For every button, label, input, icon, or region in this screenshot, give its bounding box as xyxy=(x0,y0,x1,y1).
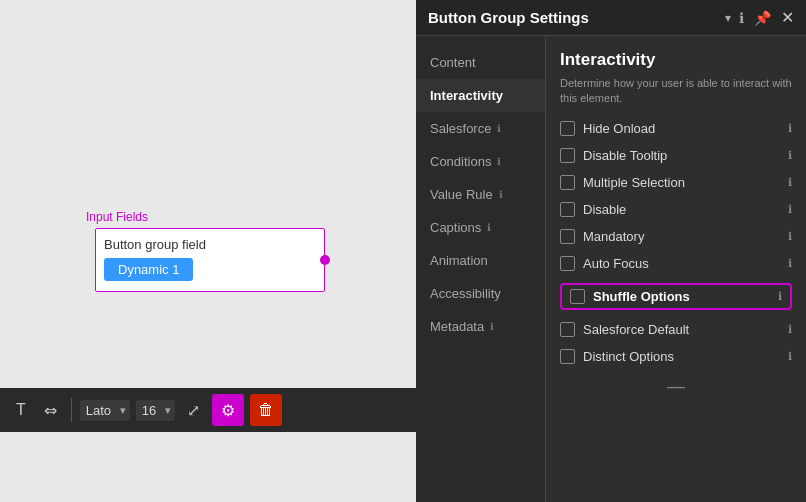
label-hide-onload: Hide Onload xyxy=(583,121,780,136)
nav-item-accessibility[interactable]: Accessibility xyxy=(416,277,545,310)
option-row-mandatory: Mandatory ℹ xyxy=(560,229,792,244)
info-disable-tooltip[interactable]: ℹ xyxy=(788,149,792,162)
label-auto-focus: Auto Focus xyxy=(583,256,780,271)
option-row-distinct-options: Distinct Options ℹ xyxy=(560,349,792,364)
nav-item-content[interactable]: Content xyxy=(416,46,545,79)
metadata-info-icon: ℹ xyxy=(490,321,494,332)
align-button[interactable]: ⇔ xyxy=(38,397,63,424)
gear-icon: ⚙ xyxy=(221,401,235,420)
label-multiple-selection: Multiple Selection xyxy=(583,175,780,190)
option-row-shuffle-options: Shuffle Options ℹ xyxy=(560,283,792,310)
info-disable[interactable]: ℹ xyxy=(788,203,792,216)
external-link-button[interactable]: ⤢ xyxy=(181,397,206,424)
scroll-more-indicator: — xyxy=(560,376,792,397)
external-link-icon: ⤢ xyxy=(187,401,200,420)
checkbox-mandatory[interactable] xyxy=(560,229,575,244)
font-select[interactable]: Lato xyxy=(80,400,130,421)
text-icon: T xyxy=(16,401,26,419)
label-disable: Disable xyxy=(583,202,780,217)
nav-item-conditions[interactable]: Conditions ℹ xyxy=(416,145,545,178)
checkbox-auto-focus[interactable] xyxy=(560,256,575,271)
option-row-salesforce-default: Salesforce Default ℹ xyxy=(560,322,792,337)
label-mandatory: Mandatory xyxy=(583,229,780,244)
info-salesforce-default[interactable]: ℹ xyxy=(788,323,792,336)
panel-content: Interactivity Determine how your user is… xyxy=(546,36,806,502)
option-row-multiple-selection: Multiple Selection ℹ xyxy=(560,175,792,190)
field-label: Button group field xyxy=(104,237,316,252)
conditions-info-icon: ℹ xyxy=(497,156,501,167)
dynamic-button[interactable]: Dynamic 1 xyxy=(104,258,193,281)
close-icon[interactable]: ✕ xyxy=(781,8,794,27)
label-distinct-options: Distinct Options xyxy=(583,349,780,364)
nav-label-content: Content xyxy=(430,55,476,70)
content-title: Interactivity xyxy=(560,50,792,70)
title-chevron-icon[interactable]: ▾ xyxy=(725,11,731,25)
panel-body: Content Interactivity Salesforce ℹ Condi… xyxy=(416,36,806,502)
font-select-wrapper[interactable]: Lato xyxy=(80,400,130,421)
value-rule-info-icon: ℹ xyxy=(499,189,503,200)
settings-panel: Button Group Settings ▾ ℹ 📌 ✕ Content In… xyxy=(416,0,806,502)
text-format-button[interactable]: T xyxy=(10,397,32,423)
input-fields-label: Input Fields xyxy=(86,210,148,224)
checkbox-distinct-options[interactable] xyxy=(560,349,575,364)
align-icon: ⇔ xyxy=(44,401,57,420)
nav-item-metadata[interactable]: Metadata ℹ xyxy=(416,310,545,343)
nav-item-interactivity[interactable]: Interactivity xyxy=(416,79,545,112)
content-description: Determine how your user is able to inter… xyxy=(560,76,792,107)
info-header-icon[interactable]: ℹ xyxy=(739,10,744,26)
label-salesforce-default: Salesforce Default xyxy=(583,322,780,337)
panel-title: Button Group Settings xyxy=(428,9,713,26)
nav-item-captions[interactable]: Captions ℹ xyxy=(416,211,545,244)
nav-label-metadata: Metadata xyxy=(430,319,484,334)
field-dot xyxy=(320,255,330,265)
info-distinct-options[interactable]: ℹ xyxy=(788,350,792,363)
checkbox-disable[interactable] xyxy=(560,202,575,217)
panel-nav: Content Interactivity Salesforce ℹ Condi… xyxy=(416,36,546,502)
trash-button[interactable]: 🗑 xyxy=(250,394,282,426)
info-multiple-selection[interactable]: ℹ xyxy=(788,176,792,189)
nav-label-value-rule: Value Rule xyxy=(430,187,493,202)
salesforce-info-icon: ℹ xyxy=(497,123,501,134)
panel-header-icons: ℹ 📌 ✕ xyxy=(739,8,794,27)
info-shuffle-options[interactable]: ℹ xyxy=(778,290,782,303)
checkbox-hide-onload[interactable] xyxy=(560,121,575,136)
nav-label-accessibility: Accessibility xyxy=(430,286,501,301)
size-select-wrapper[interactable]: 16 xyxy=(136,400,175,421)
field-container: Button group field Dynamic 1 xyxy=(95,228,325,292)
panel-header: Button Group Settings ▾ ℹ 📌 ✕ xyxy=(416,0,806,36)
label-shuffle-options: Shuffle Options xyxy=(593,289,770,304)
checkbox-disable-tooltip[interactable] xyxy=(560,148,575,163)
option-row-disable: Disable ℹ xyxy=(560,202,792,217)
nav-item-value-rule[interactable]: Value Rule ℹ xyxy=(416,178,545,211)
checkbox-multiple-selection[interactable] xyxy=(560,175,575,190)
checkbox-shuffle-options[interactable] xyxy=(570,289,585,304)
nav-item-salesforce[interactable]: Salesforce ℹ xyxy=(416,112,545,145)
pin-icon[interactable]: 📌 xyxy=(754,10,771,26)
captions-info-icon: ℹ xyxy=(487,222,491,233)
option-row-disable-tooltip: Disable Tooltip ℹ xyxy=(560,148,792,163)
size-select[interactable]: 16 xyxy=(136,400,175,421)
option-row-auto-focus: Auto Focus ℹ xyxy=(560,256,792,271)
nav-label-animation: Animation xyxy=(430,253,488,268)
nav-label-interactivity: Interactivity xyxy=(430,88,503,103)
toolbar-divider xyxy=(71,398,72,422)
nav-label-conditions: Conditions xyxy=(430,154,491,169)
label-disable-tooltip: Disable Tooltip xyxy=(583,148,780,163)
trash-icon: 🗑 xyxy=(258,401,274,419)
info-mandatory[interactable]: ℹ xyxy=(788,230,792,243)
toolbar: T ⇔ Lato 16 ⤢ ⚙ 🗑 xyxy=(0,388,420,432)
info-hide-onload[interactable]: ℹ xyxy=(788,122,792,135)
gear-button[interactable]: ⚙ xyxy=(212,394,244,426)
checkbox-salesforce-default[interactable] xyxy=(560,322,575,337)
info-auto-focus[interactable]: ℹ xyxy=(788,257,792,270)
nav-label-salesforce: Salesforce xyxy=(430,121,491,136)
option-row-hide-onload: Hide Onload ℹ xyxy=(560,121,792,136)
nav-label-captions: Captions xyxy=(430,220,481,235)
nav-item-animation[interactable]: Animation xyxy=(416,244,545,277)
